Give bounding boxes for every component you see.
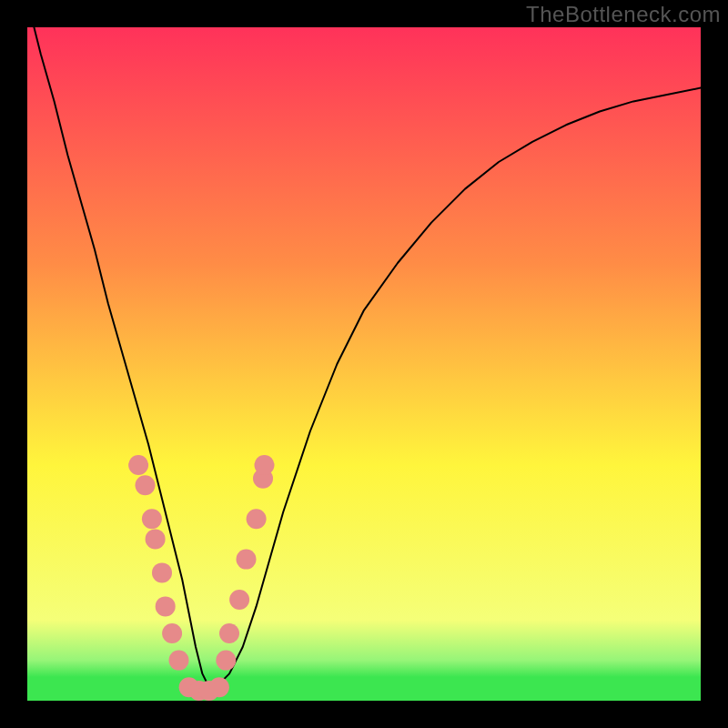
marker-dot: [162, 623, 182, 643]
chart-svg: [27, 27, 701, 701]
marker-dot: [219, 623, 239, 643]
marker-dot: [136, 475, 156, 495]
marker-dot: [142, 509, 162, 529]
marker-dot: [216, 651, 236, 671]
chart-frame: TheBottleneck.com: [0, 0, 728, 728]
marker-dot: [128, 455, 148, 475]
marker-dot: [229, 590, 249, 610]
marker-dot: [209, 677, 229, 697]
watermark-text: TheBottleneck.com: [526, 2, 721, 27]
marker-dot: [247, 509, 267, 529]
marker-dot: [152, 562, 172, 582]
marker-dot: [156, 596, 176, 616]
marker-dot: [237, 550, 257, 570]
marker-dot: [169, 651, 189, 671]
marker-dot: [254, 455, 274, 475]
plot-area: [27, 27, 701, 701]
curve-path: [34, 27, 701, 687]
marker-dot: [146, 529, 166, 549]
